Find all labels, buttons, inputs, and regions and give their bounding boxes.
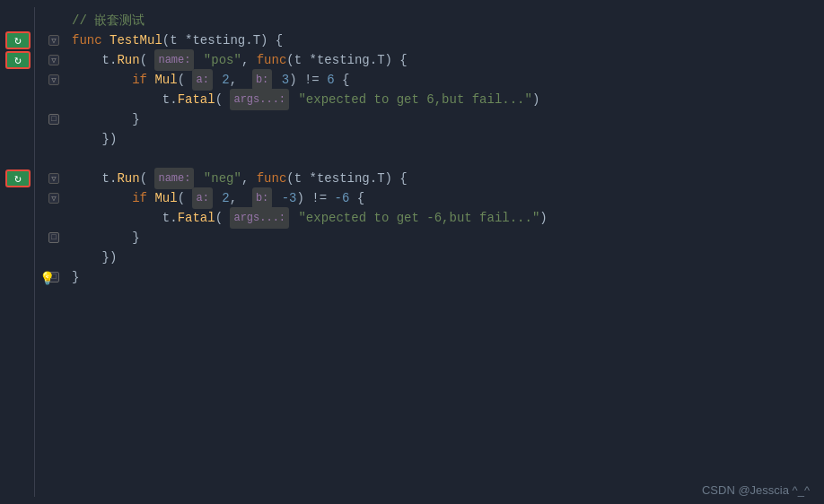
hint-args-1: args...: xyxy=(230,89,289,110)
num-neg3: -3 xyxy=(274,188,296,208)
code-line-14: } xyxy=(72,267,824,287)
type-testing: testing xyxy=(192,30,245,50)
gutter-line-4[interactable]: ▽ xyxy=(0,70,63,90)
keyword-func: func xyxy=(72,30,110,50)
lightbulb-icon[interactable]: 💡 xyxy=(39,271,55,286)
code-editor: ↻ ▽ ↻ ▽ ▽ □ xyxy=(0,0,824,504)
hint-b-1: b: xyxy=(252,69,272,91)
close-brace-final: } xyxy=(72,267,79,287)
code-line-13: }) xyxy=(72,248,824,267)
comma-1: , xyxy=(241,50,257,70)
code-line-5: t. Fatal ( args...: "expected to get 6,b… xyxy=(72,90,824,109)
run-icon-1: ↻ xyxy=(14,33,22,48)
gutter: ↻ ▽ ↻ ▽ ▽ □ xyxy=(0,7,63,497)
run-button-3[interactable]: ↻ xyxy=(5,169,31,187)
run-icon-2: ↻ xyxy=(14,53,22,67)
gutter-line-8 xyxy=(0,149,63,169)
gutter-line-10[interactable]: ▽ xyxy=(0,188,63,208)
run-icon-3: ↻ xyxy=(14,171,22,186)
close-paren-1: }) xyxy=(72,129,117,149)
run-button-1[interactable]: ↻ xyxy=(5,31,31,49)
num-2-2: 2 xyxy=(215,188,230,208)
gutter-line-3[interactable]: ↻ ▽ xyxy=(0,50,63,70)
brace-1: { xyxy=(335,70,350,90)
indent-2 xyxy=(72,70,132,90)
func-mul-1: Mul xyxy=(154,70,177,90)
type-testing-2: testing xyxy=(317,50,370,70)
num-6-1: 6 xyxy=(327,70,334,90)
close-brace-1: } xyxy=(72,109,140,129)
func-run-2: Run xyxy=(117,169,139,188)
gutter-line-5 xyxy=(0,90,63,109)
hint-name-2: name: xyxy=(154,168,194,189)
fold-icon-4[interactable]: □ xyxy=(48,114,59,125)
dot-T-3: .T) { xyxy=(370,169,408,188)
code-line-1: // 嵌套测试 xyxy=(72,11,824,30)
func-fatal-2: Fatal xyxy=(178,208,215,228)
fold-icon-6[interactable]: ▽ xyxy=(48,193,59,204)
gutter-line-2[interactable]: ↻ ▽ xyxy=(0,30,63,50)
code-line-2: func TestMul (t * testing .T) { xyxy=(72,30,824,50)
paren-3: ( xyxy=(178,70,193,90)
gutter-line-1 xyxy=(0,11,63,30)
paren-2: ( xyxy=(140,50,155,70)
hint-a-2: a: xyxy=(192,187,212,209)
gutter-line-7 xyxy=(0,129,63,149)
paren-7: ( xyxy=(215,208,231,228)
string-fatal-2: "expected to get -6,but fail..." xyxy=(291,208,539,228)
fold-icon-7[interactable]: □ xyxy=(48,232,59,243)
hint-name-1: name: xyxy=(154,49,194,71)
blank-1 xyxy=(72,149,79,169)
gutter-line-9[interactable]: ↻ ▽ xyxy=(0,169,63,188)
func-mul-2: Mul xyxy=(154,188,177,208)
gutter-line-11 xyxy=(0,208,63,228)
keyword-func-2: func xyxy=(257,50,287,70)
code-line-10: if Mul ( a: 2 , b: -3 ) != -6 { xyxy=(72,188,824,208)
indent-6: t. xyxy=(72,208,178,228)
code-line-7: }) xyxy=(72,129,824,149)
code-line-3: t. Run ( name: "pos" , func (t * testing… xyxy=(72,50,824,70)
func-fatal-1: Fatal xyxy=(178,90,215,109)
paren-5: ( xyxy=(140,169,155,188)
func-run-1: Run xyxy=(117,50,139,70)
indent-1: t. xyxy=(72,50,117,70)
comma-3: , xyxy=(241,169,257,188)
func-name-testmul: TestMul xyxy=(110,30,162,50)
keyword-func-3: func xyxy=(257,169,287,188)
string-fatal-1: "expected to get 6,but fail..." xyxy=(291,90,532,109)
gutter-line-14: □ 💡 xyxy=(0,267,63,287)
hint-b-2: b: xyxy=(252,187,272,209)
comma-4: , xyxy=(230,188,252,208)
func-param-1: (t * xyxy=(286,50,317,70)
fold-icon-2[interactable]: ▽ xyxy=(48,55,59,65)
paren-close-2: ) xyxy=(539,208,547,228)
hint-a-1: a: xyxy=(192,69,212,91)
fold-icon-1[interactable]: ▽ xyxy=(48,35,59,46)
indent-4: t. xyxy=(72,169,117,188)
code-line-4: if Mul ( a: 2 , b: 3 ) != 6 { xyxy=(72,70,824,90)
string-pos: "pos" xyxy=(196,50,241,70)
code-line-8 xyxy=(72,149,824,169)
code-area: ↻ ▽ ↻ ▽ ▽ □ xyxy=(0,0,824,504)
dot-T-2: .T) { xyxy=(370,50,408,70)
hint-args-2: args...: xyxy=(230,207,289,229)
indent-3: t. xyxy=(72,90,178,109)
close-brace-2: } xyxy=(72,228,140,248)
fold-icon-3[interactable]: ▽ xyxy=(48,74,59,85)
func-param-2: (t * xyxy=(286,169,317,188)
close-paren-2: }) xyxy=(72,248,117,267)
paren-4: ( xyxy=(215,90,231,109)
string-neg: "neg" xyxy=(196,169,241,188)
comma-2: , xyxy=(230,70,252,90)
brace-2: { xyxy=(349,188,364,208)
keyword-if-2: if xyxy=(132,188,154,208)
code-content: // 嵌套测试 func TestMul (t * testing .T) { … xyxy=(63,7,824,497)
gutter-line-6: □ xyxy=(0,109,63,129)
neq-2: ) != xyxy=(297,188,335,208)
paren-close-1: ) xyxy=(532,90,539,109)
code-line-9: t. Run ( name: "neg" , func (t * testing… xyxy=(72,169,824,188)
run-button-2[interactable]: ↻ xyxy=(5,51,31,69)
dot-T: .T) { xyxy=(245,30,283,50)
gutter-line-13 xyxy=(0,248,63,267)
fold-icon-5[interactable]: ▽ xyxy=(48,173,59,184)
